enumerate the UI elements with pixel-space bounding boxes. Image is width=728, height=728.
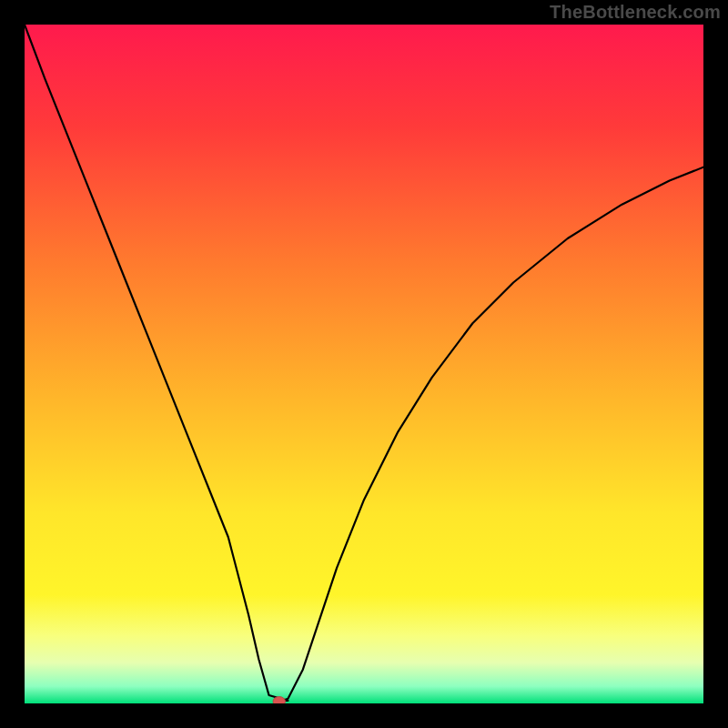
min-marker [273, 697, 285, 703]
chart-svg [25, 25, 703, 703]
outer-frame: TheBottleneck.com [0, 0, 728, 728]
gradient-rect [25, 25, 703, 703]
plot-area [25, 25, 703, 703]
watermark-text: TheBottleneck.com [550, 2, 721, 23]
